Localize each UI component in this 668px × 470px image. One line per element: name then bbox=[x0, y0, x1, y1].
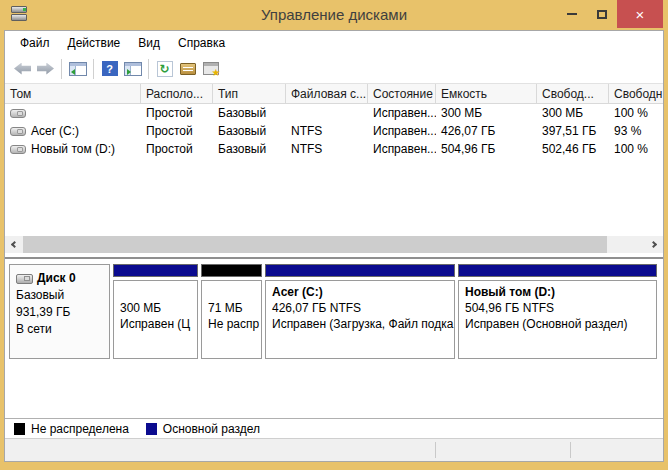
console-settings-button[interactable]: ★ bbox=[199, 57, 222, 80]
column-header-free[interactable]: Свобод... bbox=[537, 84, 609, 104]
partition-size: 71 МБ bbox=[208, 300, 255, 316]
partition-color-bar bbox=[113, 264, 198, 277]
cell-filesystem: NTFS bbox=[286, 142, 368, 156]
refresh-button[interactable]: ↻ bbox=[153, 57, 176, 80]
column-header-capacity[interactable]: Емкость bbox=[436, 84, 537, 104]
legend-item-unallocated: Не распределена bbox=[14, 422, 129, 436]
legend-item-primary: Основной раздел bbox=[146, 422, 260, 436]
partition-system-reserved[interactable]: 300 МБ Исправен (Ц bbox=[113, 264, 198, 359]
console-tree-button[interactable] bbox=[66, 57, 89, 80]
primary-partition-swatch bbox=[146, 423, 157, 435]
back-button[interactable] bbox=[11, 57, 34, 80]
cell-type: Базовый bbox=[213, 142, 286, 156]
menu-file[interactable]: Файл bbox=[11, 33, 59, 53]
column-header-layout[interactable]: Располо... bbox=[141, 84, 213, 104]
cell-status: Исправен... bbox=[368, 124, 436, 138]
toolbar-separator bbox=[93, 59, 94, 79]
action-pane-icon bbox=[124, 62, 142, 76]
properties-button[interactable] bbox=[176, 57, 199, 80]
legend: Не распределена Основной раздел bbox=[5, 418, 663, 438]
disk-management-window: Управление дисками × Файл Действие Вид С… bbox=[0, 0, 668, 470]
partition-color-bar bbox=[458, 264, 657, 277]
partition-unallocated[interactable]: 71 МБ Не распр bbox=[201, 264, 262, 359]
column-header-volume[interactable]: Том bbox=[5, 84, 141, 104]
table-row[interactable]: Простой Базовый Исправен... 300 МБ 300 М… bbox=[5, 104, 663, 122]
chevron-left-icon bbox=[11, 241, 18, 248]
minimize-icon bbox=[567, 13, 577, 15]
disk-name: Диск 0 bbox=[37, 270, 76, 287]
partition-size: 426,07 ГБ NTFS bbox=[272, 300, 448, 316]
table-row[interactable]: Новый том (D:) Простой Базовый NTFS Испр… bbox=[5, 140, 663, 158]
scroll-right-button[interactable] bbox=[646, 236, 663, 253]
close-icon: × bbox=[636, 6, 645, 23]
disk-0-row: Диск 0 Базовый 931,39 ГБ В сети 300 МБ И… bbox=[9, 264, 657, 359]
column-header-type[interactable]: Тип bbox=[213, 84, 286, 104]
partition-color-bar bbox=[265, 264, 455, 277]
horizontal-scrollbar[interactable] bbox=[5, 236, 663, 253]
graphical-view: Диск 0 Базовый 931,39 ГБ В сети 300 МБ И… bbox=[5, 261, 663, 418]
volume-icon bbox=[10, 145, 26, 154]
status-bar-divider bbox=[435, 442, 436, 458]
partition-name bbox=[120, 284, 191, 300]
partition-name: Новый том (D:) bbox=[465, 284, 650, 300]
chevron-right-icon bbox=[650, 241, 657, 248]
properties-icon bbox=[180, 63, 196, 75]
column-header-status[interactable]: Состояние bbox=[368, 84, 436, 104]
cell-filesystem: NTFS bbox=[286, 124, 368, 138]
cell-layout: Простой bbox=[141, 106, 213, 120]
partition-status: Не распр bbox=[208, 316, 255, 332]
partition-name: Acer (C:) bbox=[272, 284, 448, 300]
maximize-button[interactable] bbox=[587, 0, 617, 28]
action-pane-button[interactable] bbox=[121, 57, 144, 80]
partition-c-drive[interactable]: Acer (C:) 426,07 ГБ NTFS Исправен (Загру… bbox=[265, 264, 455, 359]
cell-pct-free: 100 % bbox=[609, 106, 663, 120]
back-icon bbox=[14, 63, 31, 75]
partition-d-drive[interactable]: Новый том (D:) 504,96 ГБ NTFS Исправен (… bbox=[458, 264, 657, 359]
cell-capacity: 426,07 ГБ bbox=[436, 124, 537, 138]
status-bar-divider bbox=[570, 442, 571, 458]
window-controls: × bbox=[557, 0, 663, 28]
partition-status: Исправен (Основной раздел) bbox=[465, 316, 650, 332]
menu-help[interactable]: Справка bbox=[169, 33, 234, 53]
close-button[interactable]: × bbox=[617, 0, 663, 28]
list-empty-area bbox=[5, 158, 663, 236]
cell-free: 502,46 ГБ bbox=[537, 142, 609, 156]
cell-type: Базовый bbox=[213, 124, 286, 138]
partition-size: 300 МБ bbox=[120, 300, 191, 316]
forward-button[interactable] bbox=[34, 57, 57, 80]
volume-name: Новый том (D:) bbox=[31, 142, 115, 156]
menu-view[interactable]: Вид bbox=[129, 33, 169, 53]
cell-status: Исправен... bbox=[368, 106, 436, 120]
refresh-icon: ↻ bbox=[157, 61, 173, 77]
disk-status: В сети bbox=[16, 321, 103, 338]
disk-type: Базовый bbox=[16, 287, 103, 304]
pane-splitter[interactable] bbox=[5, 253, 663, 261]
minimize-button[interactable] bbox=[557, 0, 587, 28]
titlebar: Управление дисками × bbox=[0, 0, 668, 30]
partition-color-bar bbox=[201, 264, 262, 277]
cell-type: Базовый bbox=[213, 106, 286, 120]
cell-layout: Простой bbox=[141, 124, 213, 138]
disk-0-header[interactable]: Диск 0 Базовый 931,39 ГБ В сети bbox=[9, 264, 110, 359]
volume-icon bbox=[10, 127, 26, 136]
cell-pct-free: 100 % bbox=[609, 142, 663, 156]
disk-size: 931,39 ГБ bbox=[16, 304, 103, 321]
partition-size: 504,96 ГБ NTFS bbox=[465, 300, 650, 316]
toolbar-separator bbox=[61, 59, 62, 79]
column-header-pct-free[interactable]: Свободн bbox=[609, 84, 663, 104]
column-header-filesystem[interactable]: Файловая с... bbox=[286, 84, 368, 104]
toolbar-separator bbox=[148, 59, 149, 79]
content-frame: Файл Действие Вид Справка ? ↻ bbox=[4, 30, 664, 462]
volume-name: Acer (C:) bbox=[31, 124, 79, 138]
volume-icon bbox=[10, 109, 26, 118]
menu-action[interactable]: Действие bbox=[59, 33, 130, 53]
table-row[interactable]: Acer (C:) Простой Базовый NTFS Исправен.… bbox=[5, 122, 663, 140]
toolbar: ? ↻ ★ bbox=[5, 54, 663, 84]
cell-pct-free: 93 % bbox=[609, 124, 663, 138]
cell-free: 397,51 ГБ bbox=[537, 124, 609, 138]
scroll-left-button[interactable] bbox=[5, 236, 22, 253]
help-button[interactable]: ? bbox=[98, 57, 121, 80]
partition-status: Исправен (Ц bbox=[120, 316, 191, 332]
status-bar bbox=[5, 438, 663, 461]
scrollbar-thumb[interactable] bbox=[23, 236, 607, 253]
